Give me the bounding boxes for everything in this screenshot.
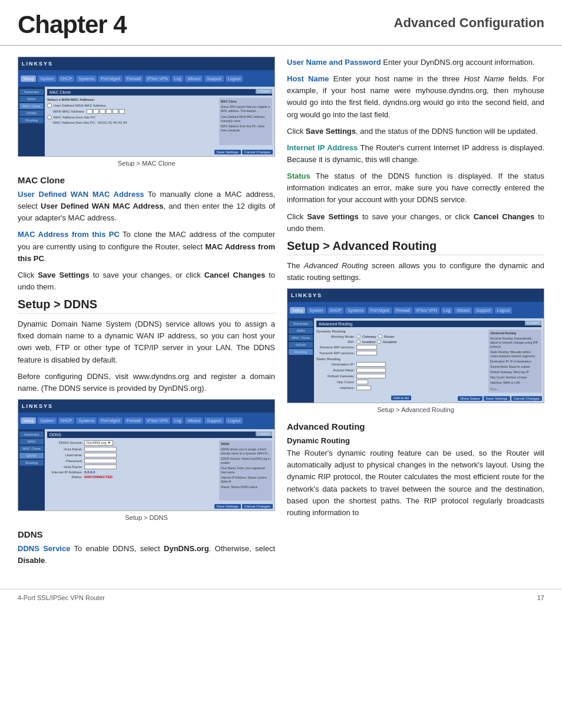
router-main-routing: Advanced Routing SITEMAP Dynamic Routing… — [314, 318, 544, 403]
ddns-subheading: DDNS — [18, 529, 275, 539]
user-defined-wan-label: User Defined WAN MAC Address — [18, 190, 144, 199]
router-sidebar-routing: Summary WAN MAC Clone DDNS Routing — [287, 318, 314, 403]
page-header: Chapter 4 Advanced Configuration — [0, 0, 562, 46]
footer-product: 4-Port SSL/IPSec VPN Router — [18, 594, 105, 601]
host-name-para: Host Name Enter your host name in the th… — [287, 73, 544, 121]
mac-clone-caption: Setup > MAC Clone — [18, 160, 275, 167]
status-label: Status — [287, 172, 310, 180]
router-nav-routing: Setup System DHCP Systems Port Mgmt Fire… — [287, 302, 544, 318]
router-info-panel: MAC Clone Some ISPs require that you reg… — [219, 98, 272, 145]
section-title-header: Advanced Configuration — [394, 15, 544, 31]
host-name-label: Host Name — [287, 74, 329, 83]
advanced-routing-section-heading: Advanced Routing — [287, 421, 544, 431]
status-para: Status The status of the DDNS function i… — [287, 170, 544, 206]
save-settings-2-para: Click Save Settings to save your changes… — [287, 211, 544, 235]
advanced-routing-caption: Setup > Advanced Routing — [287, 406, 544, 413]
internet-ip-para: Internet IP Address The Router's current… — [287, 142, 544, 166]
setup-ddns-heading: Setup > DDNS — [18, 298, 275, 314]
ddns-caption: Setup > DDNS — [18, 514, 275, 521]
ddns-before-config-para: Before configuring DDNS, visit www.dyndn… — [18, 371, 275, 394]
advanced-routing-heading: Setup > Advanced Routing — [287, 239, 544, 255]
mac-clone-screenshot: LINKSYS Setup System DHCP Systems Port M… — [18, 57, 275, 157]
advanced-routing-screenshot: LINKSYS Setup System DHCP Systems Port M… — [287, 288, 544, 403]
main-content: LINKSYS Setup System DHCP Systems Port M… — [0, 57, 562, 583]
router-info-panel-ddns: DDNS DDNS allows you to assign a fixed d… — [219, 440, 272, 500]
ddns-intro-para: Dynamic Domain Name System (DDNS) servic… — [18, 318, 275, 366]
save-settings-1-para: Click Save Settings, and the status of t… — [287, 126, 544, 137]
mac-clone-mac-address-para: MAC Address from this PC To clone the MA… — [18, 229, 275, 264]
mac-address-from-pc-label: MAC Address from this PC — [18, 230, 120, 239]
mac-clone-user-defined-para: User Defined WAN MAC Address To manually… — [18, 189, 275, 224]
ddns-screenshot: LINKSYS Setup System DHCP Systems Port M… — [18, 399, 275, 511]
linksys-logo-routing: LINKSYS — [291, 292, 322, 298]
router-nav-ddns: Setup System DHCP Systems Port Mgmt Fire… — [18, 413, 275, 429]
internet-ip-label: Internet IP Address — [287, 143, 358, 152]
linksys-logo: LINKSYS — [22, 61, 53, 67]
dynamic-routing-subheading: Dynamic Routing — [287, 436, 544, 445]
user-name-password-label: User Name and Password — [287, 58, 381, 67]
ddns-service-label: DDNS Service — [18, 544, 70, 553]
router-sidebar-ddns: Summary WAN MAC Clone DDNS Routing — [18, 429, 45, 510]
router-main-ddns: DDNS SITEMAP DDNS Service: DynDNS.org ▼ — [45, 429, 275, 510]
mac-clone-save-para: Click Save Settings to save your changes… — [18, 269, 275, 293]
left-column: LINKSYS Setup System DHCP Systems Port M… — [18, 57, 275, 571]
right-column: User Name and Password Enter your DynDNS… — [287, 57, 544, 571]
linksys-logo-ddns: LINKSYS — [22, 403, 53, 409]
router-main-content: MAC Clone SITEMAP Select a WAN MAC Addre… — [45, 87, 275, 156]
chapter-title: Chapter 4 — [18, 11, 127, 39]
router-info-panel-routing: Advanced Routing Dynamic Routing: Automa… — [488, 330, 541, 393]
user-name-password-para: User Name and Password Enter your DynDNS… — [287, 57, 544, 68]
footer-page: 17 — [537, 594, 544, 601]
ddns-service-para: DDNS Service To enable DDNS, select DynD… — [18, 543, 275, 566]
router-sidebar: Summary WAN MAC Clone DDNS Routing — [18, 87, 45, 156]
router-nav: Setup System DHCP Systems Port Mgmt Fire… — [18, 70, 275, 87]
advanced-routing-intro-para: The Advanced Routing screen allows you t… — [287, 260, 544, 284]
dynamic-routing-text: The Router's dynamic routing feature can… — [287, 447, 544, 519]
mac-clone-heading: MAC Clone — [18, 175, 275, 185]
page-footer: 4-Port SSL/IPSec VPN Router 17 — [0, 589, 562, 606]
